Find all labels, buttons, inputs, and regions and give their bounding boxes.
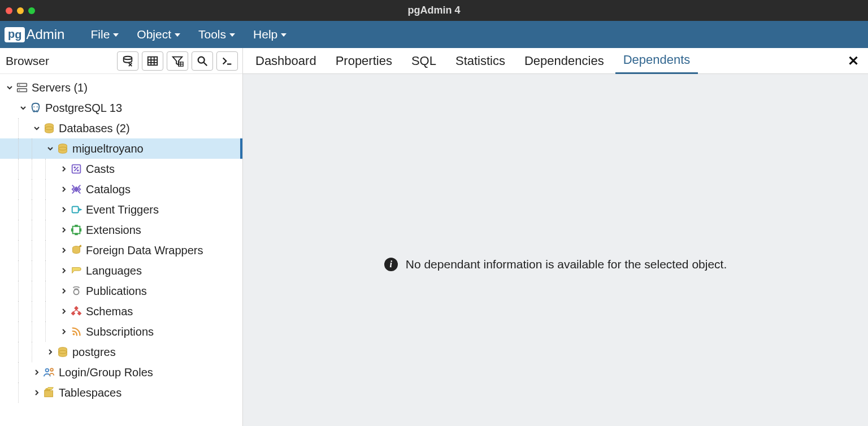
tree-node-servers[interactable]: Servers (1) — [0, 77, 242, 98]
tree-toggle-icon[interactable] — [18, 105, 28, 111]
chevron-down-icon — [113, 33, 119, 37]
query-tool-button[interactable] — [117, 51, 138, 71]
search-icon — [196, 55, 209, 67]
view-data-button[interactable] — [142, 51, 163, 71]
svg-point-16 — [33, 106, 34, 107]
tab-dependents[interactable]: Dependents — [615, 48, 698, 74]
tree-node-extensions[interactable]: Extensions — [0, 220, 242, 240]
sidebar-header: Browser — [0, 48, 242, 74]
svg-line-38 — [73, 310, 77, 312]
tree-toggle-icon[interactable] — [45, 349, 55, 355]
psql-tool-button[interactable] — [216, 51, 238, 71]
svg-rect-13 — [18, 89, 27, 92]
tree-node-label: Extensions — [86, 224, 141, 237]
tree-toggle-icon[interactable] — [59, 308, 69, 315]
menu-help[interactable]: Help — [244, 28, 296, 41]
tree-node-label: Event Triggers — [86, 203, 159, 216]
tab-content: i No dependant information is available … — [243, 74, 868, 426]
tree-toggle-icon[interactable] — [59, 247, 69, 254]
svg-rect-27 — [72, 207, 79, 213]
tree-toggle-icon[interactable] — [5, 84, 15, 91]
svg-rect-1 — [148, 56, 158, 65]
casts-icon — [69, 163, 84, 175]
svg-point-23 — [73, 166, 76, 168]
table-icon — [146, 55, 159, 67]
svg-rect-31 — [71, 228, 73, 232]
tree-node-label: Schemas — [86, 305, 133, 318]
tree-node-event-triggers[interactable]: Event Triggers — [0, 199, 242, 220]
svg-line-39 — [76, 310, 80, 312]
svg-rect-28 — [73, 227, 80, 234]
main-panel: DashboardPropertiesSQLStatisticsDependen… — [243, 48, 868, 426]
window-maximize-button[interactable] — [28, 7, 35, 14]
tab-dashboard[interactable]: Dashboard — [248, 48, 324, 74]
window-title: pgAdmin 4 — [408, 5, 461, 16]
tree-node-label: Languages — [86, 264, 142, 277]
tree-toggle-icon[interactable] — [45, 145, 55, 152]
logo-badge: pg — [5, 27, 25, 42]
logo: pgAdmin — [5, 27, 64, 42]
svg-point-43 — [46, 369, 49, 372]
browser-tree[interactable]: Servers (1)PostgreSQL 13Databases (2)mig… — [0, 74, 242, 426]
window-minimize-button[interactable] — [17, 7, 24, 14]
chevron-down-icon — [281, 33, 287, 37]
menu-object-label: Object — [137, 28, 171, 41]
tree-node-fdw[interactable]: Foreign Data Wrappers — [0, 240, 242, 260]
svg-point-17 — [37, 106, 38, 107]
tree-toggle-icon[interactable] — [59, 288, 69, 294]
tree-node-label: Subscriptions — [86, 325, 154, 338]
tree-toggle-icon[interactable] — [32, 389, 42, 396]
postgres-icon — [28, 102, 43, 114]
tree-node-roles[interactable]: Login/Group Roles — [0, 362, 242, 382]
filtered-rows-button[interactable] — [167, 51, 188, 71]
svg-point-34 — [73, 289, 79, 294]
database-icon — [55, 142, 70, 155]
menu-object[interactable]: Object — [128, 28, 189, 41]
tree-toggle-icon[interactable] — [59, 328, 69, 335]
tree-toggle-icon[interactable] — [59, 267, 69, 274]
search-objects-button[interactable] — [192, 51, 213, 71]
tree-node-publications[interactable]: Publications — [0, 281, 242, 301]
svg-point-14 — [19, 85, 20, 86]
titlebar: pgAdmin 4 — [0, 0, 868, 21]
tree-node-tablespaces[interactable]: Tablespaces — [0, 382, 242, 403]
svg-rect-29 — [75, 225, 78, 227]
tree-node-label: migueltroyano — [72, 142, 144, 155]
tree-toggle-icon[interactable] — [59, 206, 69, 213]
menu-file[interactable]: File — [81, 28, 128, 41]
svg-point-44 — [50, 368, 53, 371]
menu-file-label: File — [90, 28, 110, 41]
tree-node-databases[interactable]: Databases (2) — [0, 118, 242, 138]
close-tab-button[interactable]: ✕ — [848, 53, 859, 69]
tree-node-catalogs[interactable]: Catalogs — [0, 179, 242, 199]
tree-node-database[interactable]: migueltroyano — [0, 138, 242, 159]
tree-toggle-icon[interactable] — [32, 125, 42, 132]
menu-tools[interactable]: Tools — [189, 28, 244, 41]
tree-node-postgres[interactable]: PostgreSQL 13 — [0, 98, 242, 118]
info-message-text: No dependant information is available fo… — [406, 258, 727, 271]
tree-node-casts[interactable]: Casts — [0, 159, 242, 179]
svg-point-40 — [73, 333, 75, 336]
roles-icon — [42, 366, 57, 379]
tab-properties[interactable]: Properties — [328, 48, 400, 74]
tab-sql[interactable]: SQL — [403, 48, 444, 74]
info-message: i No dependant information is available … — [384, 102, 727, 426]
tree-toggle-icon[interactable] — [59, 186, 69, 193]
svg-rect-30 — [75, 233, 78, 236]
browser-label: Browser — [6, 54, 49, 68]
tree-node-subscriptions[interactable]: Subscriptions — [0, 321, 242, 342]
servers-icon — [15, 81, 29, 94]
chevron-down-icon — [229, 33, 235, 37]
database-icon — [55, 346, 70, 358]
tree-toggle-icon[interactable] — [32, 369, 42, 376]
window-controls — [6, 7, 35, 14]
tree-node-schemas[interactable]: Schemas — [0, 301, 242, 321]
window-close-button[interactable] — [6, 7, 12, 14]
tree-node-database[interactable]: postgres — [0, 342, 242, 362]
browser-toolbar — [117, 51, 238, 71]
tree-toggle-icon[interactable] — [59, 166, 69, 172]
tree-node-languages[interactable]: Languages — [0, 260, 242, 281]
tab-dependencies[interactable]: Dependencies — [517, 48, 612, 74]
tab-statistics[interactable]: Statistics — [448, 48, 513, 74]
tree-toggle-icon[interactable] — [59, 227, 69, 233]
